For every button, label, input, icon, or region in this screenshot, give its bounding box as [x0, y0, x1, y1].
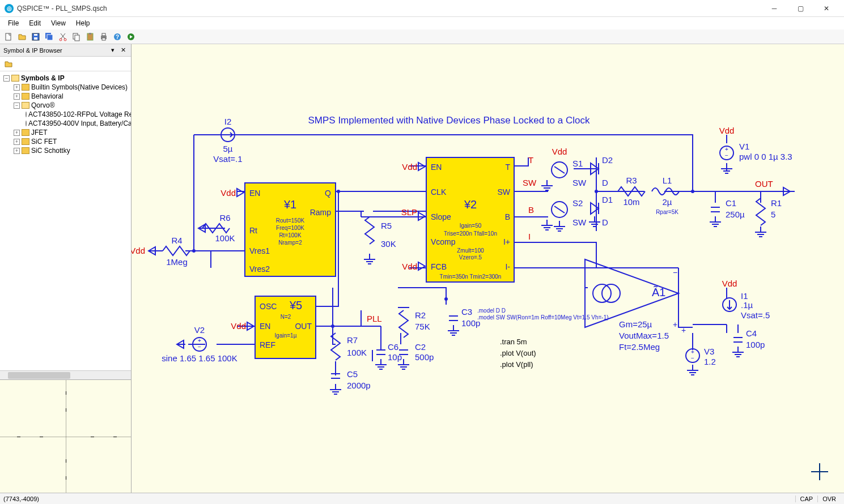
svg-text:C4: C4	[746, 328, 757, 338]
side-close-button[interactable]: ✕	[118, 46, 128, 55]
svg-text:I1: I1	[741, 291, 748, 301]
comp-R2: R2 75K	[399, 310, 430, 338]
svg-text:SW: SW	[523, 178, 537, 187]
schematic-canvas[interactable]: SMPS Implemented with Native Devices Pha…	[132, 44, 844, 493]
svg-text:FCB: FCB	[431, 262, 447, 271]
maximize-button[interactable]: ▢	[787, 0, 813, 17]
print-button[interactable]	[97, 31, 110, 43]
paste-button[interactable]	[84, 31, 96, 43]
svg-text:2µ: 2µ	[663, 197, 672, 207]
svg-text:¥1: ¥1	[283, 198, 296, 211]
save-button[interactable]	[29, 31, 42, 43]
title-bar: ◎ QSPICE™ - PLL_SMPS.qsch ─ ▢ ✕	[0, 0, 844, 17]
svg-text:−: −	[198, 344, 201, 350]
run-button[interactable]	[125, 31, 137, 43]
svg-text:Vcomp: Vcomp	[431, 237, 456, 246]
svg-text:R5: R5	[381, 221, 392, 230]
svg-text:R6: R6	[219, 213, 230, 223]
svg-text:2000p: 2000p	[347, 381, 371, 390]
svg-text:.tran 5m: .tran 5m	[500, 338, 527, 346]
comp-Y1: ¥1 EN Rt Vres1 Vres2 Q Ramp Rout=150K Fr…	[220, 183, 336, 276]
symbol-tree[interactable]: −Symbols & IP +Builtin Symbols(Native De…	[0, 71, 131, 370]
comp-L1: L1 2µ Rpar=5K	[652, 176, 679, 215]
svg-text:.model D D: .model D D	[477, 307, 506, 314]
svg-text:Rout=150K: Rout=150K	[276, 217, 305, 224]
comp-D2: D2 D	[591, 155, 613, 187]
svg-text:EN: EN	[260, 322, 270, 331]
menu-edit[interactable]: Edit	[24, 18, 45, 28]
menu-file[interactable]: File	[3, 18, 23, 28]
svg-text:+: +	[725, 146, 728, 152]
svg-text:D: D	[602, 217, 608, 227]
svg-text:100K: 100K	[215, 233, 235, 243]
svg-text:Ramp: Ramp	[310, 208, 332, 217]
svg-point-18	[192, 249, 196, 253]
svg-text:Tmin=350n Tmin2=300n: Tmin=350n Tmin2=300n	[440, 274, 502, 280]
svg-text:Ft=2.5Meg: Ft=2.5Meg	[619, 342, 660, 352]
comp-Y2: ¥2 EN CLK Slope Vcomp FCB T SW B I+ I- I…	[401, 155, 537, 282]
menu-view[interactable]: View	[46, 18, 70, 28]
tree-item[interactable]: +SiC FET	[1, 137, 130, 146]
tree-item[interactable]: +SiC Schottky	[1, 146, 130, 155]
tree-item[interactable]: +Behavioral	[1, 92, 130, 101]
svg-rect-11	[89, 33, 91, 35]
net-pll: PLL	[367, 314, 382, 323]
svg-text:OUT: OUT	[295, 322, 312, 331]
menu-help[interactable]: Help	[71, 18, 95, 28]
svg-rect-5	[47, 35, 53, 40]
new-button[interactable]	[2, 31, 15, 43]
svg-text:Vsat=.1: Vsat=.1	[213, 154, 242, 164]
tree-item[interactable]: +JFET	[1, 128, 130, 137]
svg-text:.plot V(out): .plot V(out)	[500, 349, 536, 357]
svg-text:R7: R7	[347, 335, 358, 345]
svg-text:C3: C3	[461, 307, 472, 317]
svg-text:V1: V1	[739, 142, 749, 151]
tree-root[interactable]: −Symbols & IP	[1, 74, 130, 83]
svg-text:500p: 500p	[415, 352, 434, 362]
svg-text:30K: 30K	[381, 239, 396, 249]
status-bar: (7743,-4009) CAP OVR	[0, 493, 844, 504]
svg-text:Ã1: Ã1	[652, 285, 665, 298]
svg-text:C5: C5	[347, 369, 358, 379]
symbol-preview	[0, 379, 131, 493]
tree-leaf[interactable]: ACT43850-102-RFPoL Voltage Regu	[1, 110, 130, 119]
open-button[interactable]	[16, 31, 28, 43]
side-pin-button[interactable]: ▾	[108, 46, 117, 55]
tree-hscrollbar[interactable]	[0, 370, 131, 379]
svg-text:SLP: SLP	[401, 207, 417, 217]
comp-C4: C4 100p	[732, 328, 765, 357]
comp-V1: + − V1 pwl 0 0 1µ 3.3 Vdd	[719, 126, 792, 173]
copy-button[interactable]	[70, 31, 83, 43]
svg-text:I: I	[528, 232, 531, 241]
comp-I2: I2 5µ Vsat=.1	[213, 117, 242, 164]
saveall-button[interactable]	[43, 31, 56, 43]
svg-text:Slope: Slope	[431, 212, 451, 221]
status-coords: (7743,-4009)	[3, 496, 39, 502]
tree-item[interactable]: +Builtin Symbols(Native Devices)	[1, 83, 130, 92]
main-area: Symbol & IP Browser ▾ ✕ −Symbols & IP +B…	[0, 44, 844, 493]
svg-text:I2: I2	[224, 117, 232, 126]
minimize-button[interactable]: ─	[761, 0, 787, 17]
side-refresh-button[interactable]	[2, 58, 15, 70]
svg-text:I-: I-	[505, 262, 510, 271]
svg-text:Rpar=5K: Rpar=5K	[656, 209, 678, 215]
cut-button[interactable]	[57, 31, 69, 43]
svg-point-20	[331, 324, 334, 328]
svg-text:VoutMax=1.5: VoutMax=1.5	[619, 331, 669, 340]
svg-text:250µ: 250µ	[726, 210, 745, 219]
svg-text:R2: R2	[415, 310, 426, 320]
comp-R5: R5 30K	[364, 217, 396, 264]
help-button[interactable]: ?	[111, 31, 124, 43]
comp-I1: I1 .1µ Vsat=.5 Vdd	[722, 279, 770, 320]
tree-leaf[interactable]: ACT43950-400V Input, Battery/Cap	[1, 119, 130, 128]
close-button[interactable]: ✕	[813, 0, 839, 17]
svg-text:10p: 10p	[388, 352, 402, 362]
svg-text:75K: 75K	[415, 322, 430, 331]
svg-text:B: B	[528, 205, 534, 215]
svg-rect-0	[6, 33, 11, 40]
svg-text:Zmult=100: Zmult=100	[457, 247, 484, 254]
svg-text:Vdd: Vdd	[402, 262, 417, 271]
svg-rect-14	[102, 38, 105, 40]
svg-text:5µ: 5µ	[223, 144, 233, 153]
tree-item[interactable]: −Qorvo®	[1, 101, 130, 110]
